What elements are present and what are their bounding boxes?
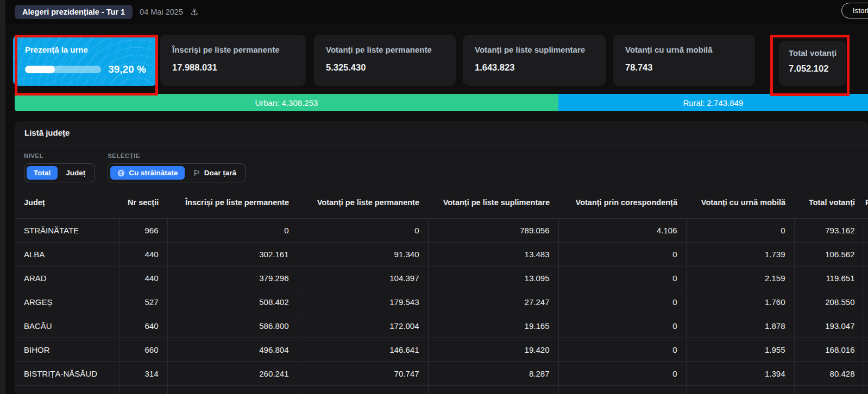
column-header: Județ <box>15 187 119 218</box>
table-cell: 527 <box>119 290 167 314</box>
table-cell <box>298 385 428 394</box>
table-cell: 104.397 <box>298 266 428 290</box>
urban-rural-bar: Urban: 4.308.253 Rural: 2.743.849 <box>15 94 868 111</box>
turnout-progress-bar <box>25 66 101 73</box>
anchor-icon: ⚓ <box>190 8 198 17</box>
county-row[interactable]: BISTRIȚA-NĂSĂUD314260.24170.7478.28701.3… <box>15 361 868 385</box>
filters: NIVEL Total Județ SELECȚIE Cu străină <box>24 152 246 182</box>
election-date: 04 Mai 2025 <box>140 8 183 16</box>
county-row[interactable]: ARAD440379.296104.39713.09502.159119.651 <box>15 266 868 290</box>
table-cell <box>558 385 686 394</box>
table-cell <box>864 266 868 290</box>
topbar: Alegeri prezidențiale - Tur 1 04 Mai 202… <box>5 0 868 24</box>
table-cell: ARGEȘ <box>15 290 119 314</box>
table-cell: 91.340 <box>298 242 428 266</box>
table-cell: 208.550 <box>794 290 864 314</box>
stat-card-value: 17.988.031 <box>172 62 294 73</box>
column-header: Nr secții <box>119 187 167 218</box>
county-row[interactable]: STRĂINĂTATE96600789.0564.1060793.162 <box>15 218 868 242</box>
table-cell: 508.402 <box>167 290 298 314</box>
table-cell: 2.159 <box>686 266 794 290</box>
stat-card-label: Votanți pe liste permanente <box>326 45 444 54</box>
sidebar-edge <box>0 0 5 394</box>
selectie-doar-tara-button[interactable]: ⚐ Doar țară <box>186 166 243 180</box>
table-cell: 70.747 <box>298 361 428 385</box>
table-cell: 1.878 <box>686 314 794 338</box>
stat-card-label: Înscriși pe liste permanente <box>172 45 294 54</box>
stat-card-votanti-suplimentare: Votanți pe liste suplimentare 1.643.823 <box>463 35 606 86</box>
county-row[interactable]: BACĂU640586.800172.00419.16501.878193.04… <box>15 314 868 338</box>
county-row[interactable] <box>15 385 868 394</box>
table-cell: 302.161 <box>167 242 298 266</box>
county-row[interactable]: BIHOR660496.804146.64119.42001.955168.01… <box>15 338 868 361</box>
counties-table: JudețNr secțiiÎnscriși pe liste permanen… <box>15 187 868 394</box>
column-header: Votanți pe liste suplimentare <box>428 187 558 218</box>
turnout-value: 39,20 % <box>108 63 146 75</box>
table-cell: 13.483 <box>428 242 558 266</box>
turnout-card: Prezență la urne 39,20 % <box>13 35 158 86</box>
table-cell <box>864 290 868 314</box>
table-cell: 1.394 <box>686 361 794 385</box>
selectie-doar-tara-label: Doar țară <box>204 169 236 177</box>
selectie-label: SELECȚIE <box>108 152 246 159</box>
nivel-total-button[interactable]: Total <box>27 166 58 180</box>
table-cell: BACĂU <box>15 314 119 338</box>
selectie-filter: SELECȚIE Cu străinătate ⚐ Doar țară <box>108 152 246 182</box>
table-cell: BISTRIȚA-NĂSĂUD <box>15 361 119 385</box>
table-cell <box>864 242 868 266</box>
table-cell: ALBA <box>15 242 119 266</box>
history-button[interactable]: Istori <box>841 3 868 18</box>
table-cell: 314 <box>119 361 167 385</box>
table-cell: 172.004 <box>298 314 428 338</box>
table-cell: 0 <box>558 290 686 314</box>
table-cell <box>686 385 794 394</box>
stat-card-inscrisi-permanente: Înscriși pe liste permanente 17.988.031 <box>160 35 306 86</box>
stat-card-label: Votanți cu urnă mobilă <box>625 45 743 54</box>
table-cell <box>864 361 868 385</box>
table-cell: 1.955 <box>686 338 794 361</box>
flag-icon: ⚐ <box>193 169 200 177</box>
table-cell: 0 <box>686 218 794 242</box>
rural-segment: Rural: 2.743.849 <box>558 94 868 111</box>
table-cell <box>15 385 119 394</box>
stat-card-votanti-permanente: Votanți pe liste permanente 5.325.430 <box>314 35 456 86</box>
table-cell: 0 <box>558 314 686 338</box>
column-header: Total votanți <box>794 187 864 218</box>
table-cell: STRĂINĂTATE <box>15 218 119 242</box>
table-cell <box>167 385 298 394</box>
column-header: Votanți pe liste permanente <box>298 187 428 218</box>
county-row[interactable]: ALBA440302.16191.34013.48301.739106.562 <box>15 242 868 266</box>
table-cell: 496.804 <box>167 338 298 361</box>
globe-icon <box>117 169 125 177</box>
nivel-judet-button[interactable]: Județ <box>59 166 92 180</box>
table-cell: 440 <box>119 242 167 266</box>
urban-segment: Urban: 4.308.253 <box>15 94 558 111</box>
column-header: Votanți prin corespondență <box>558 187 686 218</box>
table-cell: 0 <box>558 338 686 361</box>
selectie-cu-strainatate-button[interactable]: Cu străinătate <box>110 166 185 180</box>
table-cell: 0 <box>167 218 298 242</box>
column-header: P <box>864 187 868 218</box>
table-cell: 1.760 <box>686 290 794 314</box>
table-cell <box>864 218 868 242</box>
stat-card-total-votanti: Total votanți 7.052.102 <box>779 41 846 86</box>
counties-panel: Listă județe NIVEL Total Județ SELECȚIE <box>15 121 868 394</box>
stat-card-value: 7.052.102 <box>789 63 836 74</box>
table-cell <box>864 338 868 361</box>
table-cell <box>864 314 868 338</box>
table-cell: 789.056 <box>428 218 558 242</box>
stat-card-urna-mobila: Votanți cu urnă mobilă 78.743 <box>613 35 755 86</box>
table-cell <box>119 385 167 394</box>
stat-card-label: Total votanți <box>789 48 836 58</box>
nivel-filter: NIVEL Total Județ <box>24 152 95 182</box>
table-cell <box>864 385 868 394</box>
table-cell: 119.651 <box>794 266 864 290</box>
table-cell: 660 <box>119 338 167 361</box>
table-cell: 168.016 <box>794 338 864 361</box>
table-cell: 0 <box>558 242 686 266</box>
turnout-progress-fill <box>25 66 55 73</box>
county-row[interactable]: ARGEȘ527508.402179.54327.24701.760208.55… <box>15 290 868 314</box>
table-cell: 0 <box>558 361 686 385</box>
table-cell: BIHOR <box>15 338 119 361</box>
table-cell <box>794 385 864 394</box>
